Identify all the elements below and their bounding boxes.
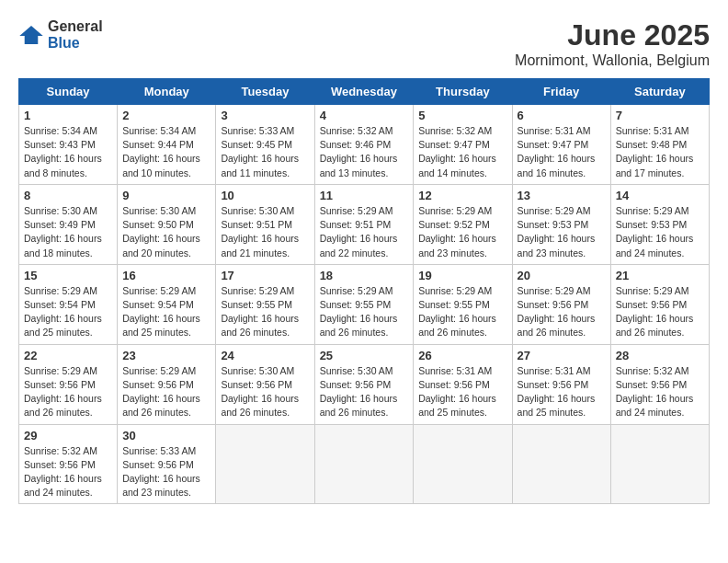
- day-cell-9: 9Sunrise: 5:30 AM Sunset: 9:50 PM Daylig…: [118, 184, 216, 264]
- header-cell-thursday: Thursday: [414, 79, 512, 105]
- day-cell-14: 14Sunrise: 5:29 AM Sunset: 9:53 PM Dayli…: [610, 184, 709, 264]
- day-number: 7: [616, 109, 704, 122]
- week-row-4: 22Sunrise: 5:29 AM Sunset: 9:56 PM Dayli…: [19, 344, 710, 424]
- day-cell-5: 5Sunrise: 5:32 AM Sunset: 9:47 PM Daylig…: [414, 105, 512, 185]
- calendar-body: 1Sunrise: 5:34 AM Sunset: 9:43 PM Daylig…: [19, 105, 710, 504]
- day-cell-30: 30Sunrise: 5:33 AM Sunset: 9:56 PM Dayli…: [118, 424, 216, 504]
- day-number: 11: [320, 189, 409, 202]
- day-number: 12: [418, 189, 506, 202]
- header: General Blue June 2025 Mornimont, Wallon…: [18, 18, 710, 69]
- day-info: Sunrise: 5:31 AM Sunset: 9:56 PM Dayligh…: [418, 364, 506, 420]
- day-info: Sunrise: 5:29 AM Sunset: 9:52 PM Dayligh…: [418, 204, 506, 260]
- day-info: Sunrise: 5:29 AM Sunset: 9:54 PM Dayligh…: [122, 284, 210, 340]
- day-number: 14: [616, 189, 704, 202]
- day-number: 10: [221, 189, 309, 202]
- day-number: 20: [518, 269, 606, 282]
- day-cell-4: 4Sunrise: 5:32 AM Sunset: 9:46 PM Daylig…: [314, 105, 414, 185]
- day-number: 27: [518, 349, 606, 362]
- day-info: Sunrise: 5:32 AM Sunset: 9:56 PM Dayligh…: [616, 364, 704, 420]
- day-cell-16: 16Sunrise: 5:29 AM Sunset: 9:54 PM Dayli…: [118, 264, 216, 344]
- day-cell-27: 27Sunrise: 5:31 AM Sunset: 9:56 PM Dayli…: [512, 344, 610, 424]
- empty-cell: [512, 424, 610, 504]
- week-row-1: 1Sunrise: 5:34 AM Sunset: 9:43 PM Daylig…: [19, 105, 710, 185]
- day-cell-8: 8Sunrise: 5:30 AM Sunset: 9:49 PM Daylig…: [19, 184, 118, 264]
- day-number: 18: [320, 269, 409, 282]
- day-info: Sunrise: 5:29 AM Sunset: 9:53 PM Dayligh…: [616, 204, 704, 260]
- day-info: Sunrise: 5:31 AM Sunset: 9:56 PM Dayligh…: [518, 364, 606, 420]
- day-number: 4: [320, 109, 409, 122]
- day-number: 21: [616, 269, 704, 282]
- day-info: Sunrise: 5:29 AM Sunset: 9:56 PM Dayligh…: [122, 364, 210, 420]
- day-info: Sunrise: 5:30 AM Sunset: 9:56 PM Dayligh…: [320, 364, 409, 420]
- day-info: Sunrise: 5:30 AM Sunset: 9:49 PM Dayligh…: [24, 204, 112, 260]
- empty-cell: [216, 424, 314, 504]
- day-cell-3: 3Sunrise: 5:33 AM Sunset: 9:45 PM Daylig…: [216, 105, 314, 185]
- calendar-subtitle: Mornimont, Wallonia, Belgium: [515, 52, 710, 69]
- logo-icon: [18, 26, 44, 44]
- day-info: Sunrise: 5:30 AM Sunset: 9:56 PM Dayligh…: [221, 364, 309, 420]
- day-info: Sunrise: 5:32 AM Sunset: 9:56 PM Dayligh…: [24, 444, 112, 500]
- day-number: 19: [418, 269, 506, 282]
- week-row-2: 8Sunrise: 5:30 AM Sunset: 9:49 PM Daylig…: [19, 184, 710, 264]
- day-cell-2: 2Sunrise: 5:34 AM Sunset: 9:44 PM Daylig…: [118, 105, 216, 185]
- day-cell-11: 11Sunrise: 5:29 AM Sunset: 9:51 PM Dayli…: [314, 184, 414, 264]
- day-cell-28: 28Sunrise: 5:32 AM Sunset: 9:56 PM Dayli…: [610, 344, 709, 424]
- day-cell-1: 1Sunrise: 5:34 AM Sunset: 9:43 PM Daylig…: [19, 105, 118, 185]
- day-number: 5: [418, 109, 506, 122]
- day-cell-18: 18Sunrise: 5:29 AM Sunset: 9:55 PM Dayli…: [314, 264, 414, 344]
- day-number: 24: [221, 349, 309, 362]
- svg-marker-0: [19, 26, 42, 44]
- title-area: June 2025 Mornimont, Wallonia, Belgium: [515, 18, 710, 69]
- day-info: Sunrise: 5:30 AM Sunset: 9:51 PM Dayligh…: [221, 204, 309, 260]
- logo: General Blue: [18, 18, 103, 52]
- logo-blue: Blue: [48, 35, 80, 51]
- day-info: Sunrise: 5:29 AM Sunset: 9:56 PM Dayligh…: [518, 284, 606, 340]
- day-number: 15: [24, 269, 112, 282]
- day-number: 13: [518, 189, 606, 202]
- day-number: 9: [122, 189, 210, 202]
- week-row-5: 29Sunrise: 5:32 AM Sunset: 9:56 PM Dayli…: [19, 424, 710, 504]
- day-number: 17: [221, 269, 309, 282]
- day-info: Sunrise: 5:33 AM Sunset: 9:45 PM Dayligh…: [221, 124, 309, 180]
- header-cell-monday: Monday: [118, 79, 216, 105]
- header-cell-saturday: Saturday: [610, 79, 709, 105]
- day-cell-25: 25Sunrise: 5:30 AM Sunset: 9:56 PM Dayli…: [314, 344, 414, 424]
- day-cell-23: 23Sunrise: 5:29 AM Sunset: 9:56 PM Dayli…: [118, 344, 216, 424]
- day-info: Sunrise: 5:29 AM Sunset: 9:55 PM Dayligh…: [221, 284, 309, 340]
- day-info: Sunrise: 5:29 AM Sunset: 9:55 PM Dayligh…: [418, 284, 506, 340]
- empty-cell: [414, 424, 512, 504]
- day-cell-22: 22Sunrise: 5:29 AM Sunset: 9:56 PM Dayli…: [19, 344, 118, 424]
- header-cell-friday: Friday: [512, 79, 610, 105]
- day-number: 28: [616, 349, 704, 362]
- day-number: 3: [221, 109, 309, 122]
- day-cell-15: 15Sunrise: 5:29 AM Sunset: 9:54 PM Dayli…: [19, 264, 118, 344]
- day-info: Sunrise: 5:34 AM Sunset: 9:43 PM Dayligh…: [24, 124, 112, 180]
- day-cell-24: 24Sunrise: 5:30 AM Sunset: 9:56 PM Dayli…: [216, 344, 314, 424]
- day-number: 26: [418, 349, 506, 362]
- header-row: SundayMondayTuesdayWednesdayThursdayFrid…: [19, 79, 710, 105]
- day-info: Sunrise: 5:29 AM Sunset: 9:51 PM Dayligh…: [320, 204, 409, 260]
- day-number: 25: [320, 349, 409, 362]
- day-info: Sunrise: 5:29 AM Sunset: 9:56 PM Dayligh…: [616, 284, 704, 340]
- day-cell-13: 13Sunrise: 5:29 AM Sunset: 9:53 PM Dayli…: [512, 184, 610, 264]
- calendar-title: June 2025: [515, 18, 710, 52]
- day-cell-26: 26Sunrise: 5:31 AM Sunset: 9:56 PM Dayli…: [414, 344, 512, 424]
- day-info: Sunrise: 5:32 AM Sunset: 9:47 PM Dayligh…: [418, 124, 506, 180]
- day-number: 29: [24, 429, 112, 442]
- day-info: Sunrise: 5:29 AM Sunset: 9:55 PM Dayligh…: [320, 284, 409, 340]
- day-number: 6: [518, 109, 606, 122]
- day-info: Sunrise: 5:31 AM Sunset: 9:47 PM Dayligh…: [518, 124, 606, 180]
- day-number: 30: [122, 429, 210, 442]
- header-cell-sunday: Sunday: [19, 79, 118, 105]
- header-cell-tuesday: Tuesday: [216, 79, 314, 105]
- day-number: 1: [24, 109, 112, 122]
- day-info: Sunrise: 5:32 AM Sunset: 9:46 PM Dayligh…: [320, 124, 409, 180]
- day-cell-12: 12Sunrise: 5:29 AM Sunset: 9:52 PM Dayli…: [414, 184, 512, 264]
- day-number: 22: [24, 349, 112, 362]
- day-info: Sunrise: 5:31 AM Sunset: 9:48 PM Dayligh…: [616, 124, 704, 180]
- logo-general: General: [48, 18, 103, 34]
- day-cell-10: 10Sunrise: 5:30 AM Sunset: 9:51 PM Dayli…: [216, 184, 314, 264]
- week-row-3: 15Sunrise: 5:29 AM Sunset: 9:54 PM Dayli…: [19, 264, 710, 344]
- day-cell-20: 20Sunrise: 5:29 AM Sunset: 9:56 PM Dayli…: [512, 264, 610, 344]
- empty-cell: [610, 424, 709, 504]
